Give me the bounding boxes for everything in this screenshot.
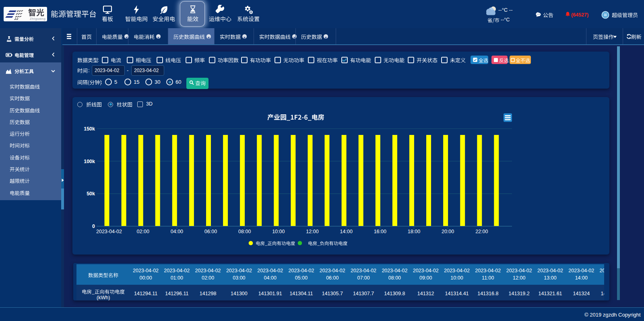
svg-text:02:00: 02:00 (137, 229, 149, 234)
svg-text:16:00: 16:00 (374, 229, 386, 234)
svg-text:12:00: 12:00 (306, 229, 318, 234)
svg-text:10:00: 10:00 (272, 229, 285, 234)
svg-text:08:00: 08:00 (238, 229, 251, 234)
svg-text:150k: 150k (84, 126, 95, 132)
svg-text:22:00: 22:00 (475, 229, 488, 234)
svg-text:20:00: 20:00 (442, 229, 454, 234)
svg-text:18:00: 18:00 (408, 229, 420, 234)
svg-text:04:00: 04:00 (171, 229, 183, 234)
svg-text:06:00: 06:00 (204, 229, 217, 234)
svg-text:0: 0 (92, 224, 95, 229)
svg-text:14:00: 14:00 (340, 229, 353, 234)
svg-text:50k: 50k (87, 191, 95, 197)
svg-text:100k: 100k (84, 159, 95, 164)
svg-text:2023-04-02: 2023-04-02 (96, 229, 122, 234)
